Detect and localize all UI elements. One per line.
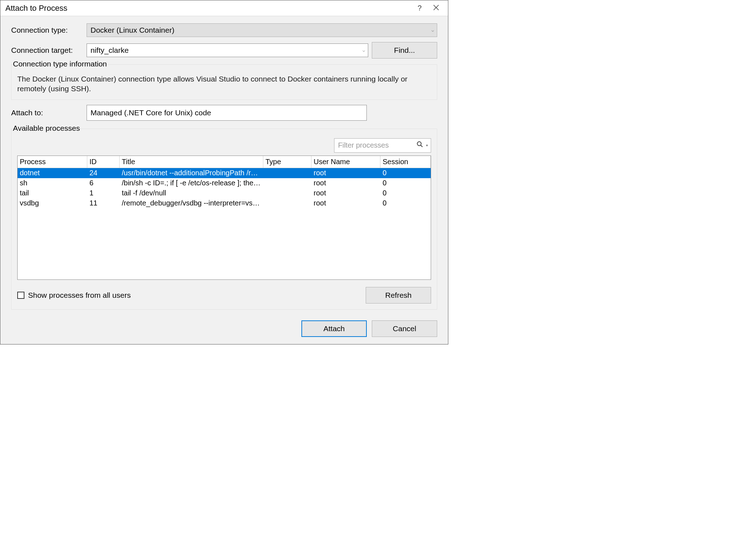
table-cell: tail [18, 189, 87, 197]
filter-input[interactable] [337, 141, 415, 150]
table-cell: 11 [87, 199, 120, 207]
table-cell: 6 [87, 179, 120, 187]
filter-row: ▾ [17, 138, 431, 153]
help-icon[interactable]: ? [411, 4, 428, 12]
connection-target-combo[interactable]: nifty_clarke ⌵ [87, 43, 368, 57]
connection-type-row: Connection type: Docker (Linux Container… [11, 23, 437, 37]
table-cell: /bin/sh -c ID=.; if [ -e /etc/os-release… [120, 179, 263, 187]
connection-type-value: Docker (Linux Container) [91, 26, 174, 34]
connection-target-row: Connection target: nifty_clarke ⌵ Find..… [11, 42, 437, 59]
process-table-header: Process ID Title Type User Name Session [18, 156, 431, 168]
col-header-type[interactable]: Type [263, 156, 311, 168]
bottom-row: Show processes from all users Refresh [17, 287, 431, 304]
col-header-session[interactable]: Session [380, 156, 431, 168]
table-row[interactable]: vsdbg11/remote_debugger/vsdbg --interpre… [18, 198, 431, 208]
col-header-process[interactable]: Process [18, 156, 87, 168]
table-cell: /remote_debugger/vsdbg --interpreter=vsc… [120, 199, 263, 207]
table-cell: 0 [380, 199, 431, 207]
table-cell: 0 [380, 189, 431, 197]
table-cell: tail -f /dev/null [120, 189, 263, 197]
show-all-users-checkbox[interactable] [17, 292, 24, 299]
table-cell: /usr/bin/dotnet --additionalProbingPath … [120, 169, 263, 177]
table-row[interactable]: sh6/bin/sh -c ID=.; if [ -e /etc/os-rele… [18, 178, 431, 188]
close-icon[interactable] [428, 4, 444, 12]
table-cell: vsdbg [18, 199, 87, 207]
process-rows: dotnet24/usr/bin/dotnet --additionalProb… [18, 168, 431, 279]
attach-to-value: Managed (.NET Core for Unix) code [91, 108, 211, 117]
table-cell: 0 [380, 169, 431, 177]
dialog-body: Connection type: Docker (Linux Container… [0, 16, 448, 344]
available-processes-heading: Available processes [11, 124, 81, 133]
process-table: Process ID Title Type User Name Session … [17, 156, 431, 280]
col-header-user[interactable]: User Name [311, 156, 380, 168]
table-cell: root [311, 179, 380, 187]
table-cell: root [311, 189, 380, 197]
attach-button[interactable]: Attach [301, 320, 367, 337]
table-cell: 1 [87, 189, 120, 197]
cancel-button[interactable]: Cancel [372, 320, 437, 337]
connection-info-text: The Docker (Linux Container) connection … [17, 74, 431, 94]
refresh-button[interactable]: Refresh [366, 287, 431, 304]
show-all-users-label: Show processes from all users [28, 291, 131, 300]
connection-type-label: Connection type: [11, 26, 87, 34]
col-header-id[interactable]: ID [87, 156, 120, 168]
table-row[interactable]: dotnet24/usr/bin/dotnet --additionalProb… [18, 168, 431, 178]
search-icon[interactable] [417, 141, 423, 149]
svg-point-2 [417, 142, 421, 146]
attach-to-label: Attach to: [11, 108, 87, 117]
chevron-down-icon: ⌵ [362, 48, 365, 53]
table-cell: root [311, 169, 380, 177]
connection-target-value: nifty_clarke [91, 46, 129, 55]
table-cell: 24 [87, 169, 120, 177]
available-processes-section: Available processes ▾ Process ID Title T… [11, 129, 437, 310]
titlebar: Attach to Process ? [0, 0, 448, 16]
table-cell: root [311, 199, 380, 207]
attach-to-field[interactable]: Managed (.NET Core for Unix) code [87, 105, 367, 121]
table-cell: dotnet [18, 169, 87, 177]
col-header-title[interactable]: Title [120, 156, 263, 168]
attach-to-row: Attach to: Managed (.NET Core for Unix) … [11, 105, 437, 121]
connection-target-label: Connection target: [11, 46, 87, 55]
dialog-footer: Attach Cancel [11, 320, 437, 337]
window-title: Attach to Process [5, 4, 411, 13]
table-cell: sh [18, 179, 87, 187]
find-button[interactable]: Find... [372, 42, 437, 59]
table-cell: 0 [380, 179, 431, 187]
connection-type-combo[interactable]: Docker (Linux Container) ⌵ [87, 23, 437, 37]
filter-box[interactable]: ▾ [334, 138, 431, 153]
connection-info-heading: Connection type information [11, 60, 108, 68]
chevron-down-icon: ⌵ [431, 28, 434, 33]
connection-info-section: Connection type information The Docker (… [11, 64, 437, 100]
attach-to-process-dialog: Attach to Process ? Connection type: Doc… [0, 0, 448, 344]
table-row[interactable]: tail1tail -f /dev/nullroot0 [18, 188, 431, 198]
svg-line-3 [421, 145, 422, 147]
filter-dropdown-icon[interactable]: ▾ [426, 143, 428, 147]
